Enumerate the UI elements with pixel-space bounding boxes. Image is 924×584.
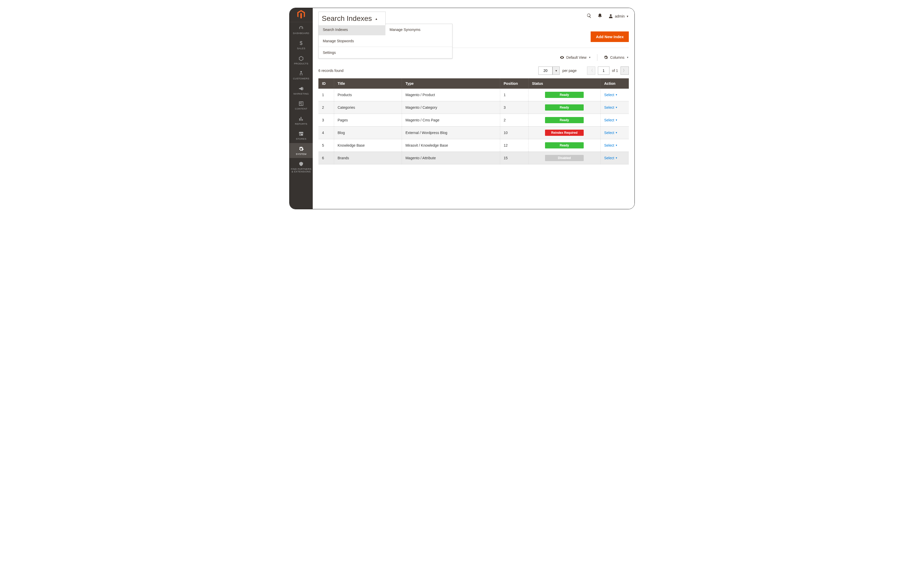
cell-type: External / Wordpress Blog	[402, 127, 500, 139]
table-row[interactable]: 6BrandsMagento / Attribute15DisabledSele…	[318, 152, 629, 165]
cell-id: 5	[318, 139, 334, 152]
col-action[interactable]: Action	[601, 78, 629, 89]
page-title: Search Indexes	[322, 15, 372, 22]
select-action[interactable]: Select ▼	[604, 143, 618, 147]
table-row[interactable]: 2CategoriesMagento / Category3ReadySelec…	[318, 101, 629, 114]
prev-page-button[interactable]: 〈	[587, 66, 595, 75]
status-badge: Ready	[545, 142, 584, 148]
cell-id: 1	[318, 89, 334, 101]
notifications-icon[interactable]	[597, 13, 602, 19]
cell-id: 3	[318, 114, 334, 127]
col-title[interactable]: Title	[334, 78, 402, 89]
status-badge: Disabled	[545, 155, 584, 161]
col-type[interactable]: Type	[402, 78, 500, 89]
caret-down-icon: ▼	[589, 56, 591, 59]
menu-manage-synonyms[interactable]: Manage Synonyms	[385, 24, 452, 35]
cell-position: 2	[500, 114, 528, 127]
page-title-dropdown[interactable]: Search Indexes ▲	[318, 12, 386, 25]
cell-type: Magento / Cms Page	[402, 114, 500, 127]
status-badge: Ready	[545, 104, 584, 111]
magento-logo[interactable]	[290, 8, 313, 22]
nav-dashboard[interactable]: DASHBOARD	[290, 22, 313, 37]
menu-settings[interactable]: Settings	[318, 47, 385, 58]
col-id[interactable]: ID	[318, 78, 334, 89]
nav-label: SYSTEM	[296, 153, 307, 155]
caret-down-icon: ▼	[615, 144, 617, 147]
cell-type: Magento / Product	[402, 89, 500, 101]
eye-icon	[560, 55, 564, 60]
nav-reports[interactable]: REPORTS	[290, 113, 313, 128]
columns-label: Columns	[610, 55, 624, 59]
cell-status: Ready	[528, 114, 601, 127]
cell-action: Select ▼	[601, 139, 629, 152]
nav-label: MARKETING	[294, 92, 309, 95]
cell-title: Blog	[334, 127, 402, 139]
select-action[interactable]: Select ▼	[604, 93, 618, 97]
default-view-label: Default View	[566, 55, 587, 59]
nav-sales[interactable]: $SALES	[290, 37, 313, 52]
cell-action: Select ▼	[601, 101, 629, 114]
nav-partners[interactable]: FIND PARTNERS & EXTENSIONS	[290, 158, 313, 176]
select-action[interactable]: Select ▼	[604, 106, 618, 109]
add-new-index-button[interactable]: Add New Index	[591, 31, 629, 42]
indexes-table: ID Title Type Position Status Action 1Pr…	[318, 78, 629, 165]
nav-label: REPORTS	[295, 123, 307, 125]
cell-status: Ready	[528, 89, 601, 101]
cell-title: Categories	[334, 101, 402, 114]
table-row[interactable]: 3PagesMagento / Cms Page2ReadySelect ▼	[318, 114, 629, 127]
admin-sidebar: DASHBOARD $SALES PRODUCTS CUSTOMERS MARK…	[290, 8, 313, 209]
select-action[interactable]: Select ▼	[604, 156, 618, 160]
caret-down-icon: ▼	[615, 157, 617, 159]
menu-manage-stopwords[interactable]: Manage Stopwords	[318, 35, 385, 47]
cell-action: Select ▼	[601, 89, 629, 101]
search-icon[interactable]	[587, 13, 592, 19]
user-menu[interactable]: admin ▼	[608, 14, 629, 19]
table-row[interactable]: 5Knowledge BaseMirasvit / Knowledge Base…	[318, 139, 629, 152]
cell-id: 4	[318, 127, 334, 139]
nav-customers[interactable]: CUSTOMERS	[290, 68, 313, 82]
menu-search-indexes[interactable]: Search Indexes	[318, 24, 385, 35]
table-row[interactable]: 1ProductsMagento / Product1ReadySelect ▼	[318, 89, 629, 101]
nav-products[interactable]: PRODUCTS	[290, 53, 313, 68]
user-label: admin	[615, 14, 625, 18]
caret-down-icon: ▼	[615, 132, 617, 134]
table-row[interactable]: 4BlogExternal / Wordpress Blog10Reindex …	[318, 127, 629, 139]
cell-action: Select ▼	[601, 127, 629, 139]
nav-marketing[interactable]: MARKETING	[290, 83, 313, 98]
default-view-control[interactable]: Default View ▼	[560, 55, 591, 60]
nav-label: STORES	[296, 138, 307, 140]
caret-down-icon: ▼	[615, 106, 617, 109]
nav-label: CONTENT	[295, 107, 307, 110]
per-page-input[interactable]	[538, 66, 553, 75]
caret-down-icon: ▼	[615, 94, 617, 96]
chevron-left-icon: 〈	[589, 68, 593, 73]
cell-title: Knowledge Base	[334, 139, 402, 152]
nav-system[interactable]: SYSTEM	[290, 143, 313, 158]
chevron-right-icon: 〉	[623, 68, 627, 73]
per-page-stepper[interactable]: ▼	[553, 66, 560, 75]
cell-id: 6	[318, 152, 334, 165]
col-status[interactable]: Status	[528, 78, 601, 89]
columns-control[interactable]: Columns ▼	[604, 55, 629, 60]
cell-status: Ready	[528, 101, 601, 114]
nav-content[interactable]: CONTENT	[290, 98, 313, 113]
cell-type: Magento / Category	[402, 101, 500, 114]
col-position[interactable]: Position	[500, 78, 528, 89]
cell-title: Pages	[334, 114, 402, 127]
nav-label: SALES	[297, 47, 305, 50]
select-action[interactable]: Select ▼	[604, 118, 618, 122]
nav-stores[interactable]: STORES	[290, 128, 313, 143]
cell-position: 1	[500, 89, 528, 101]
cell-status: Ready	[528, 139, 601, 152]
records-found: 6 records found	[318, 69, 343, 73]
nav-label: PRODUCTS	[294, 63, 309, 65]
nav-label: DASHBOARD	[293, 32, 309, 35]
select-action[interactable]: Select ▼	[604, 131, 618, 135]
cell-position: 15	[500, 152, 528, 165]
cell-action: Select ▼	[601, 152, 629, 165]
next-page-button[interactable]: 〉	[620, 66, 629, 75]
page-input[interactable]	[598, 66, 609, 75]
cell-position: 10	[500, 127, 528, 139]
divider	[597, 54, 597, 61]
nav-label: FIND PARTNERS & EXTENSIONS	[290, 168, 312, 173]
